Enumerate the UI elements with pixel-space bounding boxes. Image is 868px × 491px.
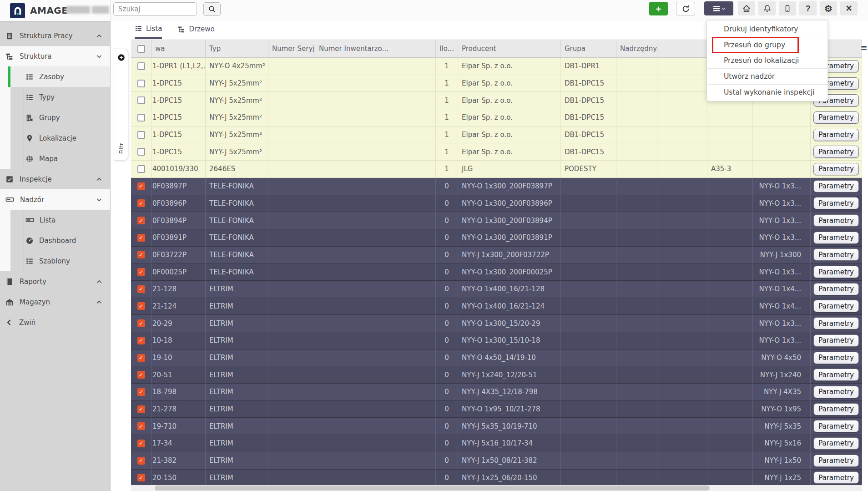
search-button[interactable] xyxy=(203,2,221,16)
row-checkbox-checked[interactable]: ✓ xyxy=(137,422,145,430)
menu-item-utw-rz-nadz-r[interactable]: Utwórz nadzór xyxy=(707,69,828,84)
column-header-name[interactable]: wa xyxy=(151,40,206,57)
parametry-button[interactable]: Parametry xyxy=(813,266,859,278)
row-checkbox-checked[interactable]: ✓ xyxy=(137,405,145,413)
parametry-button[interactable]: Parametry xyxy=(813,471,859,484)
row-checkbox-checked[interactable]: ✓ xyxy=(137,199,145,207)
menu-item-drukuj-identyfikatory[interactable]: Drukuj identyfikatory xyxy=(707,21,828,37)
parametry-button[interactable]: Parametry xyxy=(813,300,859,312)
row-checkbox-checked[interactable]: ✓ xyxy=(137,251,145,258)
menu-item-przesu-do-lokalizacji[interactable]: Przesuń do lokalizacji xyxy=(707,53,828,68)
row-checkbox-checked[interactable]: ✓ xyxy=(137,285,145,293)
row-checkbox-checked[interactable]: ✓ xyxy=(137,474,145,481)
column-header-producent[interactable]: Producent xyxy=(458,40,561,57)
parametry-button[interactable]: Parametry xyxy=(813,403,859,415)
refresh-button[interactable] xyxy=(676,2,695,15)
parametry-button[interactable]: Parametry xyxy=(813,352,859,364)
scrollbar-thumb[interactable] xyxy=(155,486,710,491)
sidebar-item-zwi-[interactable]: Zwiń xyxy=(0,312,110,333)
sidebar-item-typy[interactable]: Typy xyxy=(10,87,110,107)
table-row[interactable]: ✓20-29ELTRIM0NYY-O 1x300_15/20-29NYY-O 1… xyxy=(131,315,862,332)
row-checkbox-checked[interactable]: ✓ xyxy=(137,319,145,327)
tab-drzewo[interactable]: Drzewo xyxy=(177,22,214,39)
mobile-button[interactable] xyxy=(779,1,796,15)
parametry-button[interactable]: Parametry xyxy=(813,111,859,124)
table-row[interactable]: ✓19-710ELTRIM0NYY-J 5x35_10/19-710NYY-J … xyxy=(131,418,862,435)
table-row[interactable]: ✓0F03896PTELE-FONIKA0NYY-O 1x300_200F038… xyxy=(131,195,862,213)
column-header-nadrzedny[interactable]: Nadrzędny xyxy=(616,40,657,57)
row-checkbox-checked[interactable]: ✓ xyxy=(137,217,145,224)
table-row[interactable]: 1-DPC15NYY-J 5x25mm²1Elpar Sp. z o.o.DB1… xyxy=(131,127,862,144)
row-checkbox-checked[interactable]: ✓ xyxy=(137,268,145,276)
sidebar-item-lokalizacje[interactable]: Lokalizacje xyxy=(10,128,110,148)
settings-button[interactable]: ⚙ xyxy=(820,1,837,15)
column-header-check[interactable] xyxy=(131,40,151,57)
table-row[interactable]: ✓21-124ELTRIM0NYY-O 1x400_16/21-124NYY-O… xyxy=(131,298,862,315)
row-checkbox-checked[interactable]: ✓ xyxy=(137,371,145,379)
table-row[interactable]: ✓17-34ELTRIM0NYY-J 5x16_10/17-34NYY-J 5x… xyxy=(131,435,862,452)
row-checkbox[interactable] xyxy=(137,148,145,156)
row-checkbox[interactable] xyxy=(137,62,145,70)
sidebar-item-inspekcje[interactable]: Inspekcje xyxy=(0,169,110,189)
table-row[interactable]: ✓21-382ELTRIM0NYY-J 1x50_08/21-382NYY-J … xyxy=(131,452,862,470)
table-row[interactable]: 1-DPC15NYY-J 5x25mm²1Elpar Sp. z o.o.DB1… xyxy=(131,109,862,127)
table-row[interactable]: 1-DPC15NYY-J 5x25mm²1Elpar Sp. z o.o.DB1… xyxy=(131,143,862,161)
parametry-button[interactable]: Parametry xyxy=(813,283,859,295)
table-row[interactable]: ✓0F03894PTELE-FONIKA0NYY-O 1x300_200F038… xyxy=(131,212,862,229)
parametry-button[interactable]: Parametry xyxy=(813,197,859,209)
parametry-button[interactable]: Parametry xyxy=(813,386,859,398)
row-checkbox-checked[interactable]: ✓ xyxy=(137,234,145,242)
parametry-button[interactable]: Parametry xyxy=(813,214,859,227)
parametry-button[interactable]: Parametry xyxy=(813,129,859,141)
sidebar-item-raporty[interactable]: Raporty xyxy=(0,271,110,292)
search-input[interactable] xyxy=(113,2,197,16)
column-header-serial[interactable]: Numer Seryj... xyxy=(268,40,315,57)
notifications-button[interactable] xyxy=(758,1,776,15)
table-row[interactable]: ✓19-10ELTRIM0NYY-O 4x50_14/19-10NYY-O 4x… xyxy=(131,349,862,367)
row-checkbox-checked[interactable]: ✓ xyxy=(137,302,145,310)
parametry-button[interactable]: Parametry xyxy=(813,437,859,450)
close-button[interactable]: × xyxy=(840,1,858,15)
plus-circle-icon[interactable] xyxy=(117,54,125,61)
add-button[interactable]: + xyxy=(649,2,668,15)
row-checkbox-checked[interactable]: ✓ xyxy=(137,182,145,190)
row-checkbox[interactable] xyxy=(137,96,145,104)
column-header-qty[interactable]: Ilo... xyxy=(436,40,458,57)
table-row[interactable]: ✓21-128ELTRIM0NYY-O 1x400_16/21-128NYY-O… xyxy=(131,281,862,298)
tab-lista[interactable]: Lista xyxy=(135,22,162,39)
parametry-button[interactable]: Parametry xyxy=(813,248,859,261)
row-checkbox[interactable] xyxy=(137,131,145,139)
sidebar-item-struktura-pracy[interactable]: Struktura Pracy xyxy=(0,25,110,46)
parametry-button[interactable]: Parametry xyxy=(813,180,859,192)
help-button[interactable]: ? xyxy=(799,1,817,15)
menu-item-ustal-wykonanie-inspekcji[interactable]: Ustal wykonanie inspekcji xyxy=(707,85,828,100)
horizontal-scrollbar[interactable] xyxy=(131,485,862,491)
parametry-button[interactable]: Parametry xyxy=(813,369,859,381)
sidebar-item-struktura[interactable]: Struktura xyxy=(0,46,110,66)
menu-item-przesu-do-grupy[interactable]: Przesuń do grupy xyxy=(707,37,828,53)
row-checkbox[interactable] xyxy=(137,165,145,173)
sidebar-item-szablony[interactable]: Szablony xyxy=(10,251,110,271)
sidebar-item-grupy[interactable]: Grupy xyxy=(10,107,110,128)
column-header-grupa[interactable]: Grupa xyxy=(561,40,616,57)
parametry-button[interactable]: Parametry xyxy=(813,420,859,432)
row-checkbox-checked[interactable]: ✓ xyxy=(137,354,145,362)
table-row[interactable]: ✓20-51ELTRIM0NYY-J 1x240_12/20-51NYY-J 1… xyxy=(131,366,862,384)
table-row[interactable]: ✓10-18ELTRIM0NYY-O 1x300_15/10-18NYY-O 1… xyxy=(131,332,862,349)
parametry-button[interactable]: Parametry xyxy=(813,334,859,347)
sidebar-item-lista[interactable]: Lista xyxy=(10,210,110,230)
sidebar-item-magazyn[interactable]: Magazyn xyxy=(0,292,110,312)
column-header-extra1[interactable] xyxy=(657,40,707,57)
table-row[interactable]: ✓0F03897PTELE-FONIKA0NYY-O 1x300_200F038… xyxy=(131,178,862,195)
table-row[interactable]: ✓0F03891PTELE-FONIKA0NYY-O 1x300_200F038… xyxy=(131,229,862,247)
sidebar-item-nadz-r[interactable]: Nadzór xyxy=(0,189,110,210)
table-row[interactable]: ✓18-798ELTRIM0NYY-J 4X35_12/18-798NYY-J … xyxy=(131,384,862,401)
parametry-button[interactable]: Parametry xyxy=(813,146,859,158)
row-checkbox-checked[interactable]: ✓ xyxy=(137,388,145,396)
row-checkbox-checked[interactable]: ✓ xyxy=(137,457,145,465)
home-button[interactable] xyxy=(738,1,755,15)
sidebar-item-zasoby[interactable]: Zasoby xyxy=(10,66,110,87)
table-row[interactable]: ✓0F03722PTELE-FONIKA0NYY-J 1x300_200F037… xyxy=(131,247,862,264)
column-header-inventory[interactable]: Numer Inwentarzo... xyxy=(315,40,436,57)
sidebar-item-dashboard[interactable]: Dashboard xyxy=(10,230,110,251)
